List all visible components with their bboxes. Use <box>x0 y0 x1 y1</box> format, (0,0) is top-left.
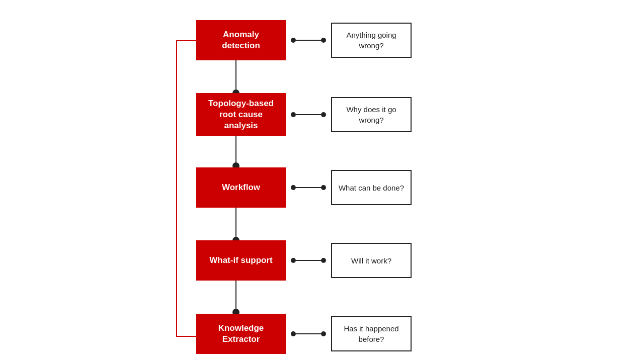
h-connector-3 <box>291 185 326 190</box>
row-anomaly-detection: Anomaly detection Anything going wrong? <box>146 20 498 60</box>
workflow-diagram: Anomaly detection Anything going wrong? … <box>146 5 498 357</box>
workflow-question: What can be done? <box>339 183 404 193</box>
row-workflow: Workflow What can be done? <box>146 167 498 208</box>
dot-left-3 <box>291 185 296 190</box>
dot-right-2 <box>321 112 326 117</box>
dot-left-1 <box>291 38 296 43</box>
h-connector-1 <box>291 38 326 43</box>
what-if-support-desc: Will it work? <box>331 243 412 278</box>
anomaly-detection-box: Anomaly detection <box>196 20 286 60</box>
h-line-5 <box>296 333 321 334</box>
topology-rca-box: Topology-based root cause analysis <box>196 93 286 136</box>
h-line-1 <box>296 40 321 41</box>
v-connector-3 <box>235 208 236 240</box>
row-knowledge-extractor: Knowledge Extractor Has it happened befo… <box>146 314 498 354</box>
dot-right-3 <box>321 185 326 190</box>
dot-left-4 <box>291 258 296 263</box>
v-connector-1 <box>235 60 236 93</box>
topology-rca-label: Topology-based root cause analysis <box>203 98 279 131</box>
knowledge-extractor-box: Knowledge Extractor <box>196 314 286 354</box>
row-topology-rca: Topology-based root cause analysis Why d… <box>146 93 498 136</box>
anomaly-detection-label: Anomaly detection <box>203 29 279 51</box>
workflow-desc: What can be done? <box>331 170 412 205</box>
v-connector-2 <box>235 133 236 166</box>
topology-rca-desc: Why does it go wrong? <box>331 97 412 132</box>
what-if-support-label: What-if support <box>209 255 273 266</box>
knowledge-extractor-desc: Has it happened before? <box>331 316 412 351</box>
knowledge-extractor-label: Knowledge Extractor <box>203 323 279 345</box>
v-connector-4 <box>235 281 236 312</box>
h-connector-4 <box>291 258 326 263</box>
h-line-2 <box>296 114 321 115</box>
dot-right-1 <box>321 38 326 43</box>
what-if-support-box: What-if support <box>196 240 286 281</box>
dot-left-2 <box>291 112 296 117</box>
anomaly-detection-question: Anything going wrong? <box>337 30 406 51</box>
knowledge-extractor-question: Has it happened before? <box>337 323 406 344</box>
workflow-box: Workflow <box>196 167 286 208</box>
h-connector-5 <box>291 331 326 336</box>
h-line-4 <box>296 260 321 261</box>
h-connector-2 <box>291 112 326 117</box>
topology-rca-question: Why does it go wrong? <box>337 104 406 125</box>
what-if-support-question: Will it work? <box>351 255 391 266</box>
dot-right-5 <box>321 331 326 336</box>
workflow-label: Workflow <box>222 182 260 193</box>
row-what-if-support: What-if support Will it work? <box>146 240 498 281</box>
anomaly-detection-desc: Anything going wrong? <box>331 23 412 58</box>
dot-right-4 <box>321 258 326 263</box>
dot-left-5 <box>291 331 296 336</box>
h-line-3 <box>296 187 321 188</box>
